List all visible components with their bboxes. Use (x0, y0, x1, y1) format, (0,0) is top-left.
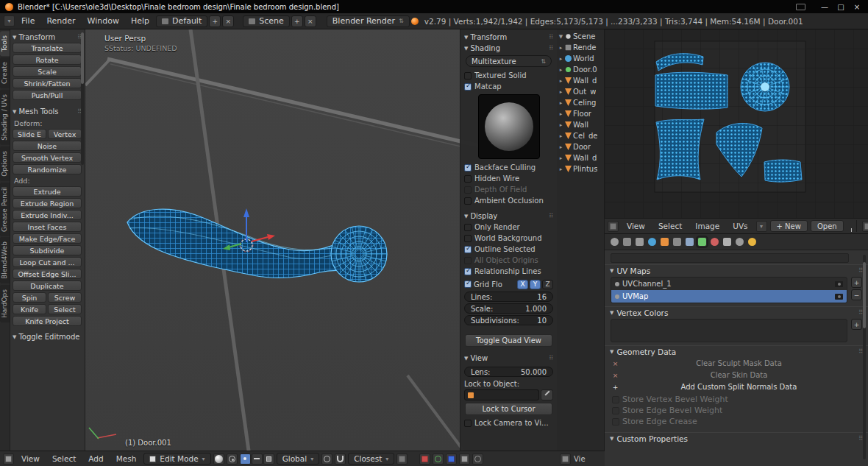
expander-icon[interactable]: ▸ (558, 67, 563, 73)
expander-icon[interactable]: ▸ (558, 89, 563, 95)
properties-render-tab[interactable] (611, 238, 619, 246)
screen-layout-selector[interactable]: Default (156, 15, 207, 27)
grid-axis-y-toggle[interactable]: Y (530, 280, 541, 289)
checkbox-ambient-occlusion[interactable]: Ambient Occlusion (464, 195, 553, 206)
properties-material-tab[interactable] (711, 238, 719, 246)
properties-world-tab[interactable] (648, 238, 656, 246)
tool-inset-faces[interactable]: Inset Faces (13, 222, 82, 232)
tool-spin[interactable]: Spin (13, 292, 46, 303)
checkbox-textured-solid[interactable]: Textured Solid (464, 70, 553, 81)
matcap-preview[interactable] (478, 94, 540, 159)
tool-rotate[interactable]: Rotate (13, 54, 82, 65)
tool-extrude-region[interactable]: Extrude Region (13, 198, 82, 208)
viewport-menu-select[interactable]: Select (47, 453, 81, 464)
transform-orientation-selector[interactable]: Global ▾ (277, 453, 320, 465)
properties-scene-tab[interactable] (636, 238, 644, 246)
expander-icon[interactable]: ▸ (558, 155, 563, 161)
panel-header-mesh-tools[interactable]: ▼ Mesh Tools ⠿ (13, 106, 82, 117)
button-clear-sculpt-mask-data[interactable]: ×Clear Sculpt Mask Data (611, 358, 858, 369)
tool-extrude-indiv[interactable]: Extrude Indiv... (13, 210, 82, 220)
outliner-item-floor[interactable]: ▸Floor (557, 108, 604, 119)
shelf-tab-options[interactable]: Options (0, 146, 10, 181)
viewport-editor-type-button[interactable] (3, 453, 14, 465)
uv-image-editor[interactable] (605, 29, 868, 218)
uv-menu-view[interactable]: View (622, 221, 650, 231)
tool-vertex[interactable]: Vertex (48, 129, 82, 139)
expander-icon[interactable]: ▸ (558, 78, 563, 84)
info-editor-type-button[interactable]: ▾ (4, 15, 15, 27)
properties-particles-tab[interactable] (736, 238, 744, 246)
properties-modifiers-tab[interactable] (686, 238, 694, 246)
panel-header-transform[interactable]: ▼ Transform ⠿ (13, 32, 82, 43)
image-open-button[interactable]: Open (811, 220, 844, 232)
button-add-custom-split-normals-data[interactable]: +Add Custom Split Normals Data (611, 381, 858, 392)
checkbox-world-background[interactable]: World Background (464, 233, 553, 244)
viewport-menu-view[interactable]: View (16, 453, 45, 464)
properties-object-tab[interactable] (661, 238, 669, 246)
uv-map-item-uvmap[interactable]: UVMap (611, 290, 847, 303)
expander-icon[interactable]: ▸ (558, 122, 563, 128)
panel-header-toggle-editmode[interactable]: ▼ Toggle Editmode ⠿ (13, 331, 82, 342)
opengl-render-button[interactable] (472, 453, 483, 465)
tool-duplicate[interactable]: Duplicate (13, 280, 82, 291)
expander-icon[interactable]: ▸ (558, 133, 563, 139)
outliner-menu-view[interactable]: Vie (574, 455, 586, 463)
tool-make-edge-face[interactable]: Make Edge/Face (13, 233, 82, 244)
outliner-item-world[interactable]: ▸World (557, 53, 604, 64)
menu-help[interactable]: Help (126, 15, 154, 27)
tool-extrude[interactable]: Extrude (13, 186, 82, 197)
tool-randomize[interactable]: Randomize (13, 164, 82, 174)
manipulator-translate-button[interactable] (419, 453, 430, 465)
vertex-color-add-button[interactable]: + (851, 319, 862, 330)
expander-icon[interactable]: ▸ (558, 45, 563, 51)
outliner-item-rende[interactable]: ▸Rende (557, 42, 604, 53)
shelf-tab-create[interactable]: Create (0, 57, 10, 88)
outliner-item-plintus[interactable]: ▸Plintus (557, 163, 604, 174)
collapsed-editor-type-button[interactable] (862, 221, 868, 232)
field-subdivisions[interactable]: Subdivisions:10 (464, 315, 553, 325)
checkbox-store-edge-bevel-weight[interactable]: Store Edge Bevel Weight (612, 405, 868, 416)
properties-constraints-tab[interactable] (673, 238, 681, 246)
tool-subdivide[interactable]: Subdivide (13, 245, 82, 255)
tool-shrink-fatten[interactable]: Shrink/Fatten (13, 78, 82, 88)
lens-field[interactable]: Lens: 50.000 (464, 367, 553, 377)
checkbox-outline-selected[interactable]: Outline Selected (464, 244, 553, 255)
tool-scale[interactable]: Scale (13, 66, 82, 77)
tool-shelf-scrollbar[interactable] (81, 32, 84, 165)
screen-layout-add-button[interactable]: + (209, 15, 221, 27)
uv-editor-type-button[interactable] (608, 221, 619, 232)
properties-scrollbar[interactable] (863, 255, 866, 459)
tool-translate[interactable]: Translate (13, 43, 82, 53)
outliner-item-cel-de[interactable]: ▸Cel_de (557, 130, 604, 141)
uv-menu-uvs[interactable]: UVs (728, 221, 753, 231)
uv-menu-image[interactable]: Image (690, 221, 725, 231)
properties-render-layers-tab[interactable] (623, 238, 631, 246)
manipulator-rotate-button[interactable] (433, 453, 444, 465)
panel-header-shading[interactable]: ▼ Shading ⠿ (464, 43, 553, 54)
grid-axis-z-toggle[interactable]: Z (542, 280, 553, 289)
uv-map-item-uvchannel-1[interactable]: UVChannel_1 (611, 278, 847, 290)
grid-axis-x-toggle[interactable]: X (517, 280, 528, 289)
shelf-tab-blend4web[interactable]: Blend4Web (0, 237, 10, 283)
lock-object-field[interactable] (464, 389, 539, 400)
outliner-editor-type-button[interactable] (560, 453, 571, 465)
toggle-quad-view-button[interactable]: Toggle Quad View (465, 334, 552, 347)
lock-camera-row[interactable]: Lock Camera to Vi... (464, 417, 553, 428)
panel-header-uv-maps[interactable]: ▼ UV Maps ⠿ (605, 264, 868, 276)
eyedropper-button[interactable] (541, 389, 553, 400)
snap-toggle-button[interactable] (335, 453, 346, 465)
tool-screw[interactable]: Screw (48, 292, 82, 303)
expander-icon[interactable]: ▸ (558, 111, 563, 117)
manipulator-scale-button[interactable] (446, 453, 457, 465)
shading-mode-selector[interactable]: Multitexture ⇅ (466, 55, 552, 67)
scene-delete-button[interactable]: × (305, 15, 316, 27)
viewport-menu-add[interactable]: Add (83, 453, 108, 464)
checkbox-relationship-lines[interactable]: Relationship Lines (464, 266, 553, 277)
input-method-icon[interactable] (796, 4, 805, 10)
limit-selection-button[interactable] (459, 453, 470, 465)
checkbox-matcap[interactable]: Matcap (464, 81, 553, 92)
active-render-icon[interactable] (835, 281, 843, 287)
viewport-menu-mesh[interactable]: Mesh (111, 453, 142, 464)
uv-menu-select[interactable]: Select (653, 221, 687, 231)
outliner-item-door[interactable]: ▸Door (557, 141, 604, 152)
